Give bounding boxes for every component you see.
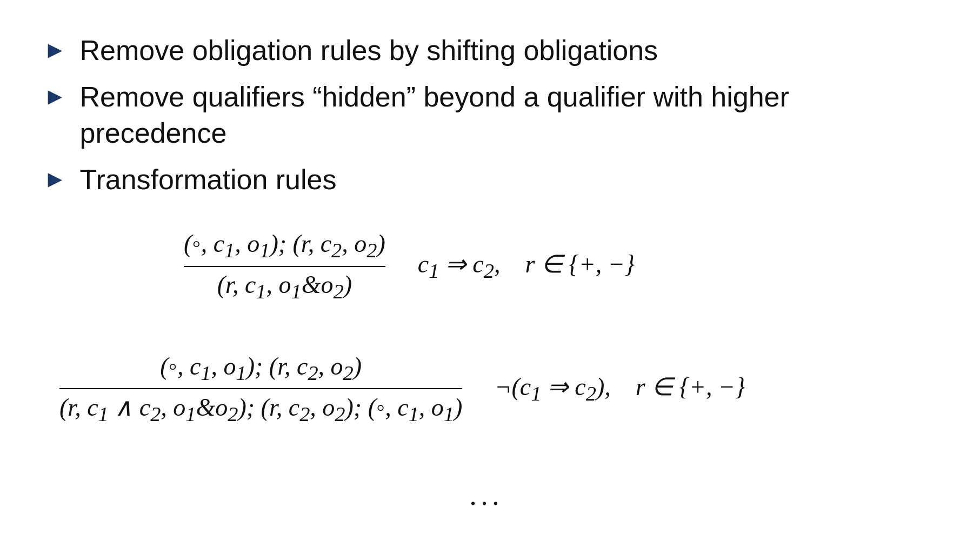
bullet-arrow-2: ► [43, 81, 67, 112]
bullet-text-2: Remove qualifiers “hidden” beyond a qual… [80, 79, 930, 152]
slide-content: ► Remove obligation rules by shifting ob… [0, 0, 973, 560]
fraction-1: (◦, c1, o1); (r, c2, o2) (r, c1, o1&o2) [184, 229, 385, 303]
formula-1-condition: c1 ⇒ c2, r ∈ {+, −} [418, 249, 635, 283]
formula-row-1: (◦, c1, o1); (r, c2, o2) (r, c1, o1&o2) … [43, 229, 930, 303]
fraction-2: (◦, c1, o1); (r, c2, o2) (r, c1 ∧ c2, o1… [59, 352, 462, 426]
fraction-1-numerator: (◦, c1, o1); (r, c2, o2) [184, 229, 385, 265]
bullet-item-1: ► Remove obligation rules by shifting ob… [43, 32, 930, 69]
formula-block: (◦, c1, o1); (r, c2, o2) (r, c1, o1&o2) … [43, 229, 930, 453]
bullet-text-1: Remove obligation rules by shifting obli… [80, 32, 658, 69]
bullet-item-2: ► Remove qualifiers “hidden” beyond a qu… [43, 79, 930, 152]
bullet-text-3: Transformation rules [80, 162, 337, 198]
formula-row-2: (◦, c1, o1); (r, c2, o2) (r, c1 ∧ c2, o1… [43, 352, 930, 426]
fraction-1-denominator: (r, c1, o1&o2) [217, 267, 352, 303]
ellipsis: ... [43, 479, 930, 528]
bullet-list: ► Remove obligation rules by shifting ob… [43, 32, 930, 208]
bullet-item-3: ► Transformation rules [43, 162, 930, 198]
formula-2-condition: ¬(c1 ⇒ c2), r ∈ {+, −} [495, 372, 745, 405]
bullet-arrow-3: ► [43, 164, 67, 195]
bullet-arrow-1: ► [43, 35, 67, 65]
fraction-2-denominator: (r, c1 ∧ c2, o1&o2); (r, c2, o2); (◦, c1… [59, 389, 462, 426]
fraction-2-numerator: (◦, c1, o1); (r, c2, o2) [160, 352, 362, 388]
